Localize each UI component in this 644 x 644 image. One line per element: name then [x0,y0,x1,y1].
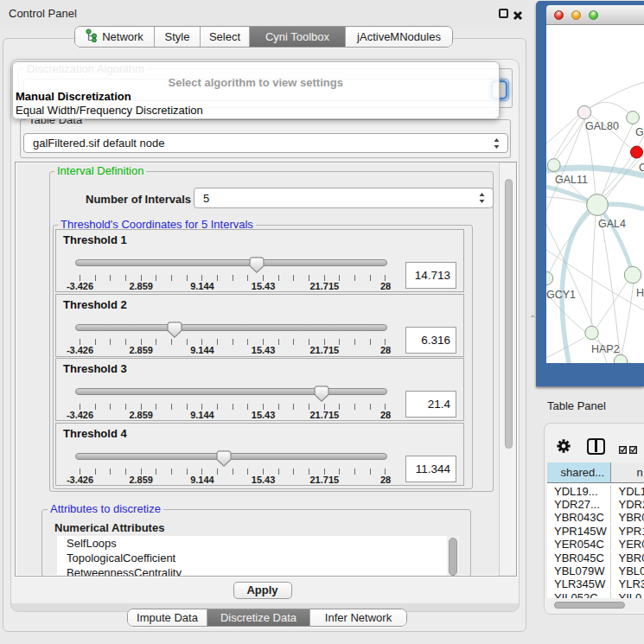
network-node[interactable] [631,146,643,158]
svg-text:C: C [639,162,644,174]
table-panel-title: Table Panel [547,399,606,412]
table-row[interactable]: YER054CYER0 [547,537,644,550]
cell-name: YBR0 [611,511,644,524]
threshold-slider-thumb[interactable] [314,386,329,402]
slider-ticks [80,339,387,345]
application-window: Control Panel NetworkStyleSelectCyni Too… [0,0,644,644]
tick-label: 15.43 [252,345,276,355]
tab-cyni-toolbox[interactable]: Cyni Toolbox [250,27,346,47]
attributes-scrollbar-track[interactable] [447,536,459,577]
tick-label: 21.715 [309,410,339,420]
tab-infer-network[interactable]: Infer Network [310,609,406,626]
network-edge [591,215,596,326]
column-header-shared-name[interactable]: shared... [547,462,611,482]
network-node[interactable] [547,159,560,172]
combo-arrows-icon [479,193,485,203]
tab-discretize-data[interactable]: Discretize Data [207,609,310,626]
attribute-list-item[interactable]: TopologicalCoefficient [57,551,447,565]
network-node[interactable] [614,354,627,363]
close-icon[interactable] [513,9,523,24]
cell-shared-name: YPR145W [547,525,611,538]
network-node[interactable] [627,112,640,124]
cell-name: YLR3 [611,577,644,590]
table-row[interactable]: YBR043CYBR0 [547,510,644,523]
network-node[interactable] [585,326,598,339]
threshold-value-field[interactable]: 21.4 [405,391,456,418]
table-row[interactable]: YLR345WYLR3 [547,577,644,590]
tab-label: jActiveMNodules [357,30,441,43]
table-row[interactable]: YIL052CYIL0 [547,590,644,598]
threshold-slider-thumb[interactable] [216,450,232,467]
cell-name: YBR0 [611,552,644,564]
float-window-icon[interactable] [499,9,508,18]
number-of-intervals-value: 5 [203,192,209,205]
scroll-panel: Interval Definition Number of Intervals … [15,162,517,577]
checkbox-icon-1[interactable] [619,442,627,457]
popup-item-manual[interactable]: Manual Discretization [13,90,499,104]
panel-title: Control Panel [9,7,77,20]
popup-hint-item[interactable]: Select algorithm to view settings [13,76,499,90]
apply-button[interactable]: Apply [233,582,292,599]
threshold-value-field[interactable]: 6.316 [405,327,456,354]
table-data-combo-value: galFiltered.sif default node [33,137,164,150]
network-node[interactable] [546,271,553,284]
cell-shared-name: YER054C [547,538,611,551]
split-table-icon[interactable] [587,438,605,455]
minimize-traffic-light[interactable] [571,10,581,20]
zoom-traffic-light[interactable] [589,10,598,20]
slider-ticks [80,469,387,475]
table-hscrollbar-thumb[interactable] [554,602,625,609]
table-row[interactable]: YDR27...YDR2 [547,496,644,509]
attributes-scrollbar-thumb[interactable] [449,538,457,576]
table-row[interactable]: YDL19...YDL1 [547,483,644,496]
tab-impute-data[interactable]: Impute Data [128,609,207,626]
table-data-combo[interactable]: galFiltered.sif default node [23,133,508,153]
tab-label: Cyni Toolbox [265,30,329,43]
close-traffic-light[interactable] [554,10,564,20]
threshold-label: Threshold 4 [63,427,127,440]
algorithm-dropdown-popup: Select algorithm to view settings Manual… [12,61,500,119]
column-header-name[interactable]: n [611,462,644,482]
threshold-value-field[interactable]: 11.344 [405,456,456,482]
tab-network[interactable]: Network [75,27,155,47]
panel-scrollbar-thumb[interactable] [505,179,513,449]
tick-label: 9.144 [190,475,214,485]
network-node[interactable] [587,194,609,216]
panel-scrollbar-track[interactable] [499,163,516,577]
threshold-slider-track[interactable] [75,388,387,395]
splitter-collapse-icon[interactable]: ⌃ [529,314,536,323]
threshold-slider-track[interactable] [75,324,387,331]
table-row[interactable]: YBR045CYBR0 [547,550,644,563]
network-edge [554,118,579,158]
network-node[interactable] [577,105,590,118]
tick-label: 15.43 [252,281,276,291]
network-window-titlebar [546,5,644,25]
threshold-slider-thumb[interactable] [167,322,182,338]
checkbox-icon-2[interactable] [629,442,637,457]
table-row[interactable]: YBL079WYBL0 [547,563,644,576]
popup-item-equal-width[interactable]: Equal Width/Frequency Discretization [13,104,499,118]
bottom-tab-strip: Impute DataDiscretize DataInfer Network [127,609,407,627]
attribute-list-item[interactable]: BetweennessCentrality [57,565,447,577]
cell-name: YIL0 [611,591,644,598]
threshold-slider-thumb[interactable] [249,257,265,273]
network-canvas[interactable]: GAL80GACGAL11GAL4GCY1HHAP2 [546,25,644,363]
attribute-list-item[interactable]: SelfLoops [57,536,447,551]
network-node[interactable] [624,266,641,283]
table-row[interactable]: YPR145WYPR1 [547,523,644,536]
cell-shared-name: YBL079W [547,564,611,577]
tab-label: Network [102,30,143,43]
tab-style[interactable]: Style [155,27,201,47]
threshold-value-field[interactable]: 14.713 [405,262,456,289]
table-rows: YDL19...YDL1YDR27...YDR2YBR043CYBR0YPR14… [547,483,644,598]
threshold-slider-track[interactable] [75,259,387,266]
table-hscrollbar-track[interactable] [545,599,644,610]
number-of-intervals-combo[interactable]: 5 [194,188,494,208]
attributes-list[interactable]: SelfLoopsTopologicalCoefficientBetweenne… [57,536,447,577]
tab-select[interactable]: Select [201,27,250,47]
cell-name: YDL1 [611,485,644,498]
tab-jactivemnodules[interactable]: jActiveMNodules [346,27,452,47]
gear-icon[interactable] [557,439,571,456]
cell-name: YBL0 [611,564,644,577]
node-table: shared... n YDL19...YDL1YDR27...YDR2YBR0… [547,462,644,598]
